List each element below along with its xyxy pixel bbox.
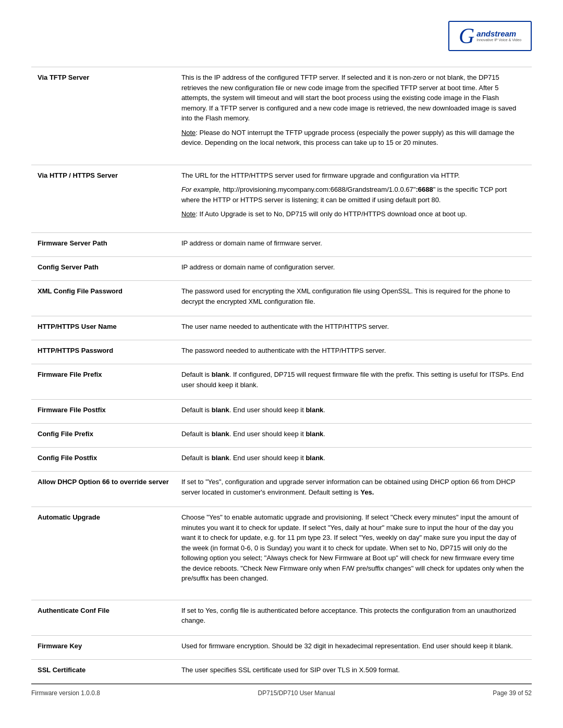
row-description: This is the IP address of the configured… — [175, 67, 532, 165]
row-description: IP address or domain name of firmware se… — [175, 233, 532, 257]
row-label: Via TFTP Server — [31, 67, 175, 165]
footer-left: Firmware version 1.0.0.8 — [31, 689, 100, 697]
row-description: The user specifies SSL certificate used … — [175, 659, 532, 683]
footer-right: Page 39 of 52 — [493, 689, 532, 697]
table-row: Config Server PathIP address or domain n… — [31, 257, 532, 281]
content-table: Via TFTP ServerThis is the IP address of… — [31, 67, 532, 684]
row-label: SSL Certificate — [31, 659, 175, 683]
row-description: The password needed to authenticate with… — [175, 340, 532, 364]
logo-tagline: Innovative IP Voice & Video — [476, 38, 521, 42]
table-row: Firmware KeyUsed for firmware encryption… — [31, 635, 532, 659]
row-description: Default is blank. End user should keep i… — [175, 448, 532, 472]
footer: Firmware version 1.0.0.8 DP715/DP710 Use… — [31, 684, 532, 697]
row-description: If set to "Yes", configuration and upgra… — [175, 472, 532, 507]
table-row: Via HTTP / HTTPS ServerThe URL for the H… — [31, 165, 532, 232]
row-description: The password used for encrypting the XML… — [175, 281, 532, 316]
logo-g-icon: G — [459, 25, 474, 47]
table-row: Config File PrefixDefault is blank. End … — [31, 424, 532, 448]
table-row: SSL CertificateThe user specifies SSL ce… — [31, 659, 532, 683]
row-label: Firmware File Prefix — [31, 364, 175, 400]
logo-brand-name: andstream — [476, 30, 521, 38]
table-row: Via TFTP ServerThis is the IP address of… — [31, 67, 532, 165]
row-label: Automatic Upgrade — [31, 507, 175, 600]
row-description: IP address or domain name of configurati… — [175, 257, 532, 281]
row-description: Default is blank. End user should keep i… — [175, 400, 532, 424]
logo: G andstream Innovative IP Voice & Video — [448, 21, 532, 51]
row-label: Firmware File Postfix — [31, 400, 175, 424]
row-description: Default is blank. If configured, DP715 w… — [175, 364, 532, 400]
table-row: Automatic UpgradeChoose "Yes" to enable … — [31, 507, 532, 600]
table-row: Firmware Server PathIP address or domain… — [31, 233, 532, 257]
table-row: Firmware File PostfixDefault is blank. E… — [31, 400, 532, 424]
row-description: The user name needed to authenticate wit… — [175, 316, 532, 340]
header: G andstream Innovative IP Voice & Video — [31, 21, 532, 51]
page-wrapper: G andstream Innovative IP Voice & Video … — [0, 0, 563, 728]
row-description: Used for firmware encryption. Should be … — [175, 635, 532, 659]
table-row: HTTP/HTTPS User NameThe user name needed… — [31, 316, 532, 340]
table-row: Config File PostfixDefault is blank. End… — [31, 448, 532, 472]
row-description: Choose "Yes" to enable automatic upgrade… — [175, 507, 532, 600]
row-label: HTTP/HTTPS Password — [31, 340, 175, 364]
row-label: Config File Prefix — [31, 424, 175, 448]
row-description: The URL for the HTTP/HTTPS server used f… — [175, 165, 532, 232]
row-label: Config File Postfix — [31, 448, 175, 472]
table-row: XML Config File PasswordThe password use… — [31, 281, 532, 316]
table-row: Authenticate Conf FileIf set to Yes, con… — [31, 600, 532, 635]
row-label: Via HTTP / HTTPS Server — [31, 165, 175, 232]
row-label: Firmware Server Path — [31, 233, 175, 257]
row-description: Default is blank. End user should keep i… — [175, 424, 532, 448]
table-row: Firmware File PrefixDefault is blank. If… — [31, 364, 532, 400]
row-description: If set to Yes, config file is authentica… — [175, 600, 532, 635]
table-row: Allow DHCP Option 66 to override serverI… — [31, 472, 532, 507]
row-label: HTTP/HTTPS User Name — [31, 316, 175, 340]
row-label: Allow DHCP Option 66 to override server — [31, 472, 175, 507]
table-row: HTTP/HTTPS PasswordThe password needed t… — [31, 340, 532, 364]
row-label: Authenticate Conf File — [31, 600, 175, 635]
footer-center: DP715/DP710 User Manual — [258, 689, 335, 697]
row-label: XML Config File Password — [31, 281, 175, 316]
row-label: Config Server Path — [31, 257, 175, 281]
row-label: Firmware Key — [31, 635, 175, 659]
